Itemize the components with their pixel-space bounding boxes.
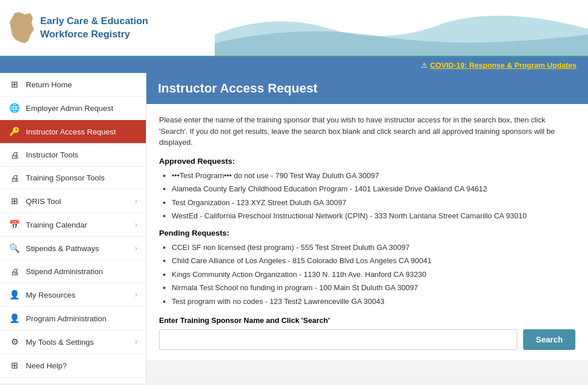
- sidebar-item-label: Instructor Tools: [26, 151, 137, 159]
- header-wave: [215, 0, 588, 57]
- sidebar-item-label: Stipends & Pathways: [26, 244, 129, 253]
- sidebar-item-stipends[interactable]: 🔍 Stipends & Pathways ›: [0, 237, 146, 260]
- chevron-icon: ›: [135, 338, 137, 346]
- content-header: Instructor Access Request: [146, 73, 588, 104]
- globe-icon: 🌐: [9, 103, 20, 113]
- sidebar-item-qris[interactable]: ⊞ QRIS Tool ›: [0, 190, 146, 213]
- qris-icon: ⊞: [9, 196, 20, 206]
- list-item: CCEI SF non licensed (test program) - 55…: [172, 242, 575, 253]
- sponsor-icon: 🖨: [9, 173, 20, 183]
- content-body: Please enter the name of the training sp…: [146, 104, 588, 360]
- layout: ⊞ Return Home 🌐 Employer Admin Request 🔑…: [0, 73, 588, 383]
- list-item: Child Care Alliance of Los Angeles - 815…: [172, 255, 575, 267]
- sidebar-item-training-calendar[interactable]: 📅 Training Calendar ›: [0, 213, 146, 237]
- site-title: Early Care & Education Workforce Registr…: [40, 15, 148, 40]
- sidebar-item-label: Training Sponsor Tools: [26, 174, 137, 182]
- sidebar-item-label: Employer Admin Request: [26, 104, 137, 113]
- sidebar-item-program-admin[interactable]: 👤 Program Administration: [0, 307, 146, 330]
- help-icon: ⊞: [9, 360, 20, 371]
- sidebar-item-label: Program Administration: [26, 314, 137, 323]
- list-item: Kings Community Action Organization - 11…: [172, 269, 575, 280]
- sidebar-item-training-sponsor[interactable]: 🖨 Training Sponsor Tools: [0, 167, 146, 190]
- sidebar-item-label: Need Help?: [26, 361, 137, 370]
- covid-link[interactable]: COVID-19: Response & Program Updates: [430, 61, 577, 70]
- approved-label: Approved Requests:: [159, 157, 575, 165]
- chevron-icon: ›: [135, 244, 137, 252]
- sidebar-item-label: Training Calendar: [26, 221, 129, 229]
- search-button[interactable]: Search: [523, 329, 575, 350]
- list-item: Test program with no codes - 123 Test2 L…: [172, 296, 575, 307]
- list-item: Alameda County Early Childhood Education…: [172, 183, 575, 195]
- pending-label: Pending Requests:: [159, 229, 575, 237]
- logo: Early Care & Education Workforce Registr…: [9, 12, 148, 44]
- home-icon: ⊞: [9, 79, 20, 90]
- key-icon: 🔑: [9, 126, 20, 137]
- settings-icon: ⚙: [9, 337, 20, 347]
- sidebar-item-my-tools[interactable]: ⚙ My Tools & Settings ›: [0, 330, 146, 354]
- sidebar-item-label: My Resources: [26, 291, 129, 299]
- list-item: WestEd - California Preschool Instructio…: [172, 210, 575, 222]
- chevron-icon: ›: [135, 197, 137, 205]
- header: Early Care & Education Workforce Registr…: [0, 0, 588, 57]
- sidebar-item-label: Return Home: [26, 80, 137, 89]
- approved-list: •••Test Program••• do not use - 790 Test…: [159, 170, 575, 222]
- covid-icon: ⚠: [421, 61, 428, 70]
- sidebar: ⊞ Return Home 🌐 Employer Admin Request 🔑…: [0, 73, 146, 383]
- sidebar-item-need-help[interactable]: ⊞ Need Help?: [0, 354, 146, 378]
- sidebar-item-stipend-admin[interactable]: 🖨 Stipend Administration: [0, 260, 146, 283]
- calendar-icon: 📅: [9, 220, 20, 230]
- ca-state-icon: [9, 12, 34, 44]
- stipends-icon: 🔍: [9, 243, 20, 253]
- program-icon: 👤: [9, 313, 20, 324]
- sidebar-item-job-board[interactable]: ⊞ Job Board Search: [0, 378, 146, 383]
- search-label: Enter Training Sponsor Name and Click 'S…: [159, 316, 575, 325]
- tools-icon: 🖨: [9, 150, 20, 160]
- stipend-admin-icon: 🖨: [9, 267, 20, 276]
- page-title: Instructor Access Request: [158, 81, 577, 96]
- sidebar-item-instructor-tools[interactable]: 🖨 Instructor Tools: [0, 144, 146, 167]
- pending-list: CCEI SF non licensed (test program) - 55…: [159, 242, 575, 307]
- sidebar-item-employer-admin[interactable]: 🌐 Employer Admin Request: [0, 97, 146, 120]
- sidebar-item-label: My Tools & Settings: [26, 338, 129, 346]
- list-item: •••Test Program••• do not use - 790 Test…: [172, 170, 575, 182]
- sidebar-item-return-home[interactable]: ⊞ Return Home: [0, 73, 146, 97]
- sidebar-item-label: QRIS Tool: [26, 197, 129, 206]
- sidebar-item-my-resources[interactable]: 👤 My Resources ›: [0, 283, 146, 307]
- list-item: Test Organization - 123 XYZ Street Dulut…: [172, 197, 575, 209]
- sidebar-item-label: Stipend Administration: [26, 267, 137, 276]
- covid-banner: ⚠ COVID-19: Response & Program Updates: [0, 57, 588, 73]
- chevron-icon: ›: [135, 291, 137, 299]
- search-row: Search: [159, 329, 575, 350]
- list-item: Nirmala Test School no funding in progra…: [172, 282, 575, 294]
- main-content: Instructor Access Request Please enter t…: [146, 73, 588, 383]
- chevron-icon: ›: [135, 221, 137, 229]
- resources-icon: 👤: [9, 290, 20, 300]
- sidebar-item-instructor-access[interactable]: 🔑 Instructor Access Request: [0, 120, 146, 144]
- search-input[interactable]: [159, 329, 517, 350]
- sidebar-item-label: Instructor Access Request: [26, 128, 137, 136]
- intro-text: Please enter the name of the training sp…: [159, 114, 575, 148]
